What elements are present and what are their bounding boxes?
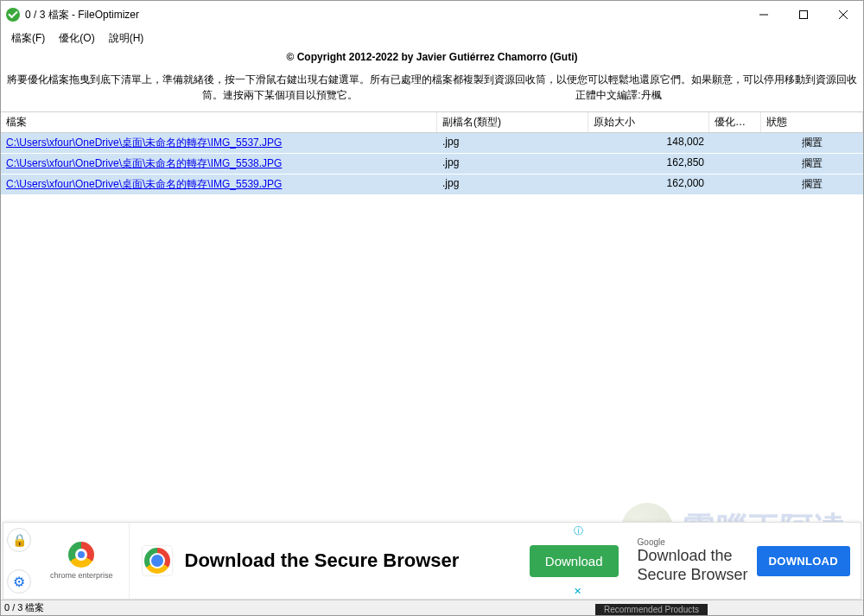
table-row[interactable]: C:\Users\xfour\OneDrive\桌面\未命名的轉存\IMG_55… (1, 133, 863, 154)
ad-left-icons: 🔒 ⚙ (3, 523, 35, 599)
ad-mini-logo[interactable] (142, 545, 173, 576)
close-button[interactable] (823, 1, 863, 29)
chrome-logo-icon (144, 548, 170, 574)
app-icon (6, 8, 20, 22)
cell-file[interactable]: C:\Users\xfour\OneDrive\桌面\未命名的轉存\IMG_55… (1, 133, 437, 153)
ad-google-label: Google (638, 537, 748, 547)
ad-chrome-block[interactable]: chrome enterprise (35, 523, 130, 599)
cell-orig: 162,850 (588, 154, 709, 174)
menu-help[interactable]: 說明(H) (102, 29, 151, 48)
table-body: C:\Users\xfour\OneDrive\桌面\未命名的轉存\IMG_55… (1, 133, 863, 195)
instructions-text: 將要優化檔案拖曳到底下清單上，準備就緒後，按一下滑鼠右鍵出現右鍵選單。所有已處理… (6, 72, 858, 103)
ad-download-blue-button[interactable]: DOWNLOAD (757, 546, 850, 576)
file-table: 檔案 副檔名(類型) 原始大小 優化後大小 狀態 C:\Users\xfour\… (1, 111, 863, 195)
chrome-logo-icon (68, 542, 94, 568)
ad-banner: 🔒 ⚙ chrome enterprise Download the Secur… (3, 522, 861, 600)
status-text: 0 / 3 檔案 (4, 601, 44, 614)
window-controls (744, 1, 863, 29)
cell-ext: .jpg (437, 133, 588, 153)
cell-opt (709, 175, 761, 194)
ad-headline: Download the Secure Browser (185, 549, 530, 571)
ad-download-green-button[interactable]: Download (530, 545, 619, 577)
titlebar: 0 / 3 檔案 - FileOptimizer (1, 1, 863, 29)
adchoices-icon[interactable]: ⓘ (574, 524, 583, 537)
cell-status: 擱置 (761, 133, 863, 153)
window-title: 0 / 3 檔案 - FileOptimizer (25, 8, 139, 22)
cell-ext: .jpg (437, 154, 588, 174)
cell-file[interactable]: C:\Users\xfour\OneDrive\桌面\未命名的轉存\IMG_55… (1, 154, 437, 174)
ad-enterprise-label: chrome enterprise (50, 571, 113, 580)
copyright-text: © Copyright 2012-2022 by Javier Gutiérre… (6, 51, 858, 63)
cell-ext: .jpg (437, 175, 588, 194)
minimize-button[interactable] (744, 1, 784, 29)
status-dark-label: Recommended Products (595, 604, 708, 615)
cell-orig: 162,000 (588, 175, 709, 194)
cell-opt (709, 154, 761, 174)
cell-file[interactable]: C:\Users\xfour\OneDrive\桌面\未命名的轉存\IMG_55… (1, 175, 437, 194)
lock-icon[interactable]: 🔒 (7, 528, 31, 552)
menu-optimize[interactable]: 優化(O) (52, 29, 101, 48)
col-header-ext[interactable]: 副檔名(類型) (437, 112, 588, 132)
cell-status: 擱置 (761, 175, 863, 194)
svg-rect-1 (800, 11, 808, 19)
ad-right-headline-2: Secure Browser (638, 566, 748, 585)
col-header-opt[interactable]: 優化後大小 (709, 112, 761, 132)
ad-right-block: Google Download the Secure Browser DOWNL… (627, 537, 861, 584)
menu-file[interactable]: 檔案(F) (4, 29, 52, 48)
table-row[interactable]: C:\Users\xfour\OneDrive\桌面\未命名的轉存\IMG_55… (1, 154, 863, 175)
ad-right-headline-1: Download the (638, 547, 748, 566)
menubar: 檔案(F) 優化(O) 說明(H) (1, 29, 863, 48)
cell-opt (709, 133, 761, 153)
cell-status: 擱置 (761, 154, 863, 174)
app-window: 0 / 3 檔案 - FileOptimizer 檔案(F) 優化(O) 說明(… (0, 0, 864, 616)
col-header-status[interactable]: 狀態 (761, 112, 863, 132)
ad-close-icon[interactable]: ✕ (574, 586, 581, 597)
cell-orig: 148,002 (588, 133, 709, 153)
statusbar: 0 / 3 檔案 Recommended Products (1, 600, 863, 615)
col-header-file[interactable]: 檔案 (1, 112, 437, 132)
col-header-orig[interactable]: 原始大小 (588, 112, 709, 132)
table-row[interactable]: C:\Users\xfour\OneDrive\桌面\未命名的轉存\IMG_55… (1, 175, 863, 195)
info-block: © Copyright 2012-2022 by Javier Gutiérre… (1, 48, 863, 106)
table-header: 檔案 副檔名(類型) 原始大小 優化後大小 狀態 (1, 111, 863, 133)
gear-icon[interactable]: ⚙ (7, 569, 31, 594)
maximize-button[interactable] (784, 1, 823, 29)
